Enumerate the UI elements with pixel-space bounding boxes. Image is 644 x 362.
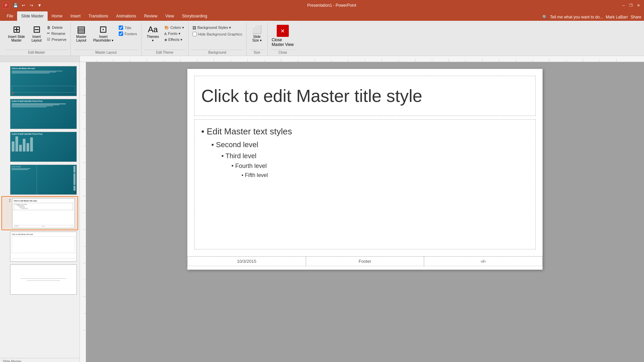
footers-checkbox-label: Footers: [124, 32, 137, 36]
svg-rect-33: [80, 62, 86, 362]
tab-review[interactable]: Review: [140, 11, 161, 21]
hide-bg-checkbox[interactable]: [193, 32, 197, 36]
slide-content-box[interactable]: • Edit Master text styles • Second level…: [194, 119, 536, 249]
preserve-button[interactable]: ☑ Preserve: [46, 37, 68, 42]
title-bar-controls: ─ ❐ ✕: [621, 2, 641, 8]
slide-title-box[interactable]: Click to edit Master title style: [194, 76, 536, 116]
slide-thumbnails: Click to edit Master title style 📌 CLICK…: [0, 62, 79, 358]
content-level-1: • Edit Master text styles: [201, 125, 529, 139]
rename-button[interactable]: ✏ Rename: [46, 31, 68, 36]
tab-home[interactable]: Home: [48, 11, 66, 21]
title-checkbox-row[interactable]: Title: [117, 25, 138, 31]
close-master-icon: ✕: [277, 25, 289, 37]
master-layout-group-label: Master Layout: [73, 50, 138, 56]
minimize-button[interactable]: ─: [621, 2, 627, 8]
slide-thumbnail-5[interactable]: 2 Click to edit Master title style • Edi…: [1, 196, 78, 230]
background-styles-icon: 🖼: [193, 26, 196, 30]
insert-layout-label: InsertLayout: [32, 35, 42, 42]
close-window-button[interactable]: ✕: [635, 2, 641, 8]
delete-label: Delete: [52, 25, 63, 29]
tab-view[interactable]: View: [161, 11, 178, 21]
restore-button[interactable]: ❐: [628, 2, 634, 8]
size-content: ⬜ SlideSize ▾: [249, 22, 265, 50]
insert-slide-master-button[interactable]: ⊞ Insert SlideMaster: [5, 23, 28, 44]
close-content: ✕ CloseMaster View: [270, 22, 295, 50]
slide-panel: Click to edit Master title style 📌 CLICK…: [0, 62, 80, 362]
delete-icon: 🗑: [47, 25, 51, 29]
slide-num-7: [3, 264, 9, 265]
slide-thumb-canvas-2: CLICK TO EDIT MASTER TITLE STYLE: [10, 99, 77, 129]
master-layout-label: MasterLayout: [76, 35, 87, 42]
slide-master-text: Slide Master: [3, 360, 21, 362]
footer-page[interactable]: ‹#›: [424, 256, 542, 266]
ribbon-tabs: File Slide Master Home Insert Transition…: [0, 11, 644, 21]
slide-num-4: [3, 165, 9, 165]
slide-num-1: [3, 66, 9, 67]
slide-thumbnail-3[interactable]: CLICK TO EDIT MASTER TITLE STYLE: [0, 130, 79, 163]
insert-placeholder-label: InsertPlaceholder ▾: [93, 35, 114, 42]
ribbon-group-master-layout: ▤ MasterLayout ⊡ InsertPlaceholder ▾ Tit…: [71, 22, 141, 56]
redo-button[interactable]: ↪: [28, 2, 35, 9]
insert-placeholder-icon: ⊡: [99, 25, 107, 34]
insert-placeholder-button[interactable]: ⊡ InsertPlaceholder ▾: [91, 23, 116, 44]
share-button[interactable]: Share: [631, 15, 641, 19]
rename-icon: ✏: [47, 31, 50, 36]
slide-title-text[interactable]: Click to edit Master title style: [201, 86, 422, 106]
footers-checkbox[interactable]: [119, 32, 123, 36]
slide-canvas[interactable]: Click to edit Master title style • Edit …: [187, 69, 543, 270]
preserve-label: Preserve: [52, 38, 66, 42]
save-button[interactable]: 💾: [12, 2, 19, 9]
footer-date[interactable]: 10/3/2015: [187, 256, 306, 266]
hide-bg-checkbox-row[interactable]: Hide Background Graphics: [191, 31, 244, 37]
colors-icon: 🎨: [164, 25, 169, 30]
insert-layout-icon: ⊟: [33, 25, 41, 34]
ruler-corner: [0, 56, 80, 62]
fonts-button[interactable]: A Fonts ▾: [163, 31, 185, 37]
slide-thumbnail-6[interactable]: Click to edit Master title style ___ ___…: [0, 230, 79, 263]
tab-file[interactable]: File: [3, 11, 17, 21]
tab-transitions[interactable]: Transitions: [85, 11, 112, 21]
slide-size-button[interactable]: ⬜ SlideSize ▾: [249, 23, 265, 44]
hide-bg-label: Hide Background Graphics: [198, 32, 242, 36]
themes-button[interactable]: Aa Themes▾: [144, 23, 162, 44]
search-hint[interactable]: Tell me what you want to do...: [550, 15, 603, 19]
slide-thumbnail-1[interactable]: Click to edit Master title style 📌: [0, 65, 79, 98]
slide-num-3: [3, 132, 9, 132]
edit-theme-group-label: Edit Theme: [144, 50, 185, 56]
fonts-icon: A: [164, 32, 167, 36]
tab-slide-master[interactable]: Slide Master: [17, 11, 48, 21]
slide-thumbnail-2[interactable]: CLICK TO EDIT MASTER TITLE STYLE: [0, 98, 79, 130]
colors-label: Colors ▾: [170, 25, 184, 30]
delete-button[interactable]: 🗑 Delete: [46, 25, 68, 30]
ribbon-group-edit-theme: Aa Themes▾ 🎨 Colors ▾ A Fonts ▾ ◈ Effect…: [142, 22, 189, 56]
colors-button[interactable]: 🎨 Colors ▾: [163, 25, 185, 31]
close-master-view-button[interactable]: ✕ CloseMaster View: [270, 23, 295, 48]
undo-button[interactable]: ↩: [20, 2, 27, 9]
tab-insert[interactable]: Insert: [66, 11, 85, 21]
master-layout-content: ▤ MasterLayout ⊡ InsertPlaceholder ▾ Tit…: [73, 22, 138, 50]
footers-checkbox-row[interactable]: Footers: [117, 31, 138, 37]
ribbon-group-size: ⬜ SlideSize ▾ Size: [247, 22, 268, 56]
slide-size-icon: ⬜: [252, 25, 262, 34]
rename-label: Rename: [51, 32, 65, 36]
effects-button[interactable]: ◈ Effects ▾: [163, 37, 185, 43]
horizontal-ruler: [80, 56, 644, 62]
ribbon-group-background: 🖼 Background Styles ▾ Hide Background Gr…: [189, 22, 247, 56]
slide-thumbnail-4[interactable]: CLICK TO EDIT: [0, 163, 79, 196]
title-checkbox[interactable]: [119, 25, 123, 30]
master-layout-button[interactable]: ▤ MasterLayout: [73, 23, 89, 44]
customize-quick-access-button[interactable]: ▼: [36, 2, 43, 9]
tab-storyboarding[interactable]: Storyboarding: [178, 11, 211, 21]
footer-text[interactable]: Footer: [306, 256, 424, 266]
slide-footer: 10/3/2015 Footer ‹#›: [187, 256, 542, 266]
close-master-view-label: CloseMaster View: [272, 38, 294, 47]
slide-thumb-canvas-7: [10, 264, 77, 295]
app-icon: P: [3, 2, 9, 9]
slide-thumbnail-7[interactable]: [0, 263, 79, 296]
tab-animations[interactable]: Animations: [112, 11, 140, 21]
content-level-3: • Third level: [201, 150, 529, 161]
preserve-checkbox[interactable]: ☑: [47, 37, 50, 42]
insert-layout-button[interactable]: ⊟ InsertLayout: [29, 23, 44, 44]
slide-thumb-canvas-6: Click to edit Master title style ___ ___…: [10, 232, 77, 262]
background-styles-button[interactable]: 🖼 Background Styles ▾: [191, 25, 244, 31]
